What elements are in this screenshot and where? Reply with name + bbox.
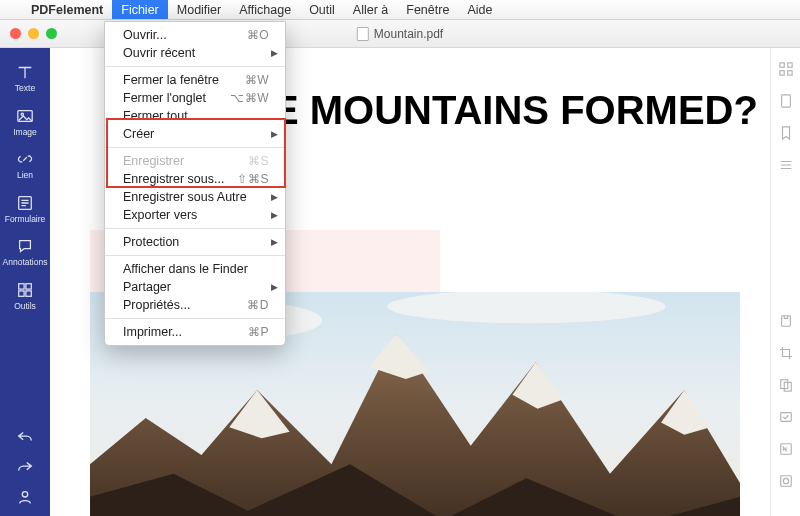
menu-item-propri-t-s[interactable]: Propriétés...⌘D <box>105 296 285 314</box>
menu-item-shortcut: ⌘D <box>247 298 269 312</box>
menubar-item-aide[interactable]: Aide <box>458 0 501 19</box>
tool-lien[interactable]: Lien <box>0 143 50 187</box>
bates-icon[interactable] <box>779 442 793 456</box>
menu-item-partager[interactable]: Partager▶ <box>105 278 285 296</box>
svg-point-1 <box>21 113 23 115</box>
submenu-arrow-icon: ▶ <box>271 237 278 247</box>
menu-item-label: Enregistrer sous Autre <box>123 190 269 204</box>
menubar-item-allera[interactable]: Aller à <box>344 0 397 19</box>
tool-annotations[interactable]: Annotations <box>0 230 50 274</box>
svg-rect-3 <box>19 283 24 288</box>
menu-item-label: Partager <box>123 280 269 294</box>
tool-image[interactable]: Image <box>0 100 50 144</box>
tool-texte[interactable]: Texte <box>0 56 50 100</box>
submenu-arrow-icon: ▶ <box>271 210 278 220</box>
menu-separator <box>105 228 285 229</box>
submenu-arrow-icon: ▶ <box>271 48 278 58</box>
menu-item-cr-er[interactable]: Créer▶ <box>105 125 285 143</box>
menu-item-shortcut: ⌥⌘W <box>230 91 269 105</box>
svg-rect-22 <box>781 316 790 327</box>
zoom-window-button[interactable] <box>46 28 57 39</box>
page-icon[interactable] <box>779 94 793 108</box>
thumbnails-icon[interactable] <box>779 62 793 76</box>
app-name[interactable]: PDFelement <box>22 3 112 17</box>
minimize-window-button[interactable] <box>28 28 39 39</box>
submenu-arrow-icon: ▶ <box>271 282 278 292</box>
menu-item-shortcut: ⇧⌘S <box>237 172 269 186</box>
document-title: Mountain.pdf <box>357 27 443 41</box>
tool-formulaire[interactable]: Formulaire <box>0 187 50 231</box>
menu-item-ouvrir-r-cent[interactable]: Ouvrir récent▶ <box>105 44 285 62</box>
menu-item-label: Imprimer... <box>123 325 248 339</box>
attach-icon[interactable] <box>779 314 793 328</box>
menubar-item-outil[interactable]: Outil <box>300 0 344 19</box>
menu-item-label: Fermer la fenêtre <box>123 73 245 87</box>
text-icon <box>16 63 34 81</box>
form-icon <box>16 194 34 212</box>
menu-item-afficher-dans-le-finder[interactable]: Afficher dans le Finder <box>105 260 285 278</box>
menu-item-label: Enregistrer <box>123 154 248 168</box>
menu-item-exporter-vers[interactable]: Exporter vers▶ <box>105 206 285 224</box>
tool-label: Image <box>13 128 37 137</box>
svg-rect-19 <box>779 71 783 75</box>
svg-rect-17 <box>779 63 783 67</box>
svg-rect-21 <box>781 95 790 107</box>
menu-item-label: Ouvrir... <box>123 28 247 42</box>
menu-item-imprimer[interactable]: Imprimer...⌘P <box>105 323 285 341</box>
tool-label: Annotations <box>3 258 48 267</box>
menu-item-fermer-la-fen-tre[interactable]: Fermer la fenêtre⌘W <box>105 71 285 89</box>
svg-rect-6 <box>26 290 31 295</box>
menu-item-protection[interactable]: Protection▶ <box>105 233 285 251</box>
menu-separator <box>105 66 285 67</box>
menu-item-fermer-tout[interactable]: Fermer tout <box>105 107 285 125</box>
file-menu-dropdown: Ouvrir...⌘OOuvrir récent▶Fermer la fenêt… <box>104 21 286 346</box>
tool-label: Lien <box>17 171 33 180</box>
menu-item-shortcut: ⌘S <box>248 154 269 168</box>
menu-item-enregistrer-sous[interactable]: Enregistrer sous...⇧⌘S <box>105 170 285 188</box>
menu-item-enregistrer-sous-autre[interactable]: Enregistrer sous Autre▶ <box>105 188 285 206</box>
image-icon <box>16 107 34 125</box>
menu-item-fermer-l-onglet[interactable]: Fermer l'onglet⌥⌘W <box>105 89 285 107</box>
close-window-button[interactable] <box>10 28 21 39</box>
crop-icon[interactable] <box>779 346 793 360</box>
menu-item-label: Protection <box>123 235 269 249</box>
menubar-item-fenetre[interactable]: Fenêtre <box>397 0 458 19</box>
tools-icon <box>16 281 34 299</box>
tool-label: Formulaire <box>5 215 46 224</box>
list-icon[interactable] <box>779 158 793 172</box>
svg-rect-18 <box>787 63 791 67</box>
redo-icon[interactable] <box>16 458 34 476</box>
document-name: Mountain.pdf <box>374 27 443 41</box>
tool-outils[interactable]: Outils <box>0 274 50 318</box>
svg-point-7 <box>22 492 27 497</box>
replace-icon[interactable] <box>779 410 793 424</box>
submenu-arrow-icon: ▶ <box>271 129 278 139</box>
bookmark-icon[interactable] <box>779 126 793 140</box>
menu-item-label: Enregistrer sous... <box>123 172 237 186</box>
document-icon <box>357 27 369 41</box>
menu-item-enregistrer: Enregistrer⌘S <box>105 152 285 170</box>
menubar-item-fichier[interactable]: Fichier <box>112 0 168 19</box>
menu-item-label: Fermer tout <box>123 109 269 123</box>
link-icon <box>16 150 34 168</box>
menu-item-label: Fermer l'onglet <box>123 91 230 105</box>
tool-label: Texte <box>15 84 35 93</box>
watermark-icon[interactable] <box>779 474 793 488</box>
user-icon[interactable] <box>16 488 34 506</box>
right-sidebar <box>770 48 800 516</box>
menu-item-shortcut: ⌘W <box>245 73 269 87</box>
menubar-item-affichage[interactable]: Affichage <box>230 0 300 19</box>
menu-item-shortcut: ⌘O <box>247 28 269 42</box>
menu-item-label: Ouvrir récent <box>123 46 269 60</box>
menubar-item-modifier[interactable]: Modifier <box>168 0 230 19</box>
undo-icon[interactable] <box>16 428 34 446</box>
submenu-arrow-icon: ▶ <box>271 192 278 202</box>
extract-icon[interactable] <box>779 378 793 392</box>
menu-item-label: Propriétés... <box>123 298 247 312</box>
menu-separator <box>105 255 285 256</box>
menu-item-label: Exporter vers <box>123 208 269 222</box>
menu-separator <box>105 147 285 148</box>
svg-rect-5 <box>19 290 24 295</box>
svg-rect-4 <box>26 283 31 288</box>
menu-item-ouvrir[interactable]: Ouvrir...⌘O <box>105 26 285 44</box>
